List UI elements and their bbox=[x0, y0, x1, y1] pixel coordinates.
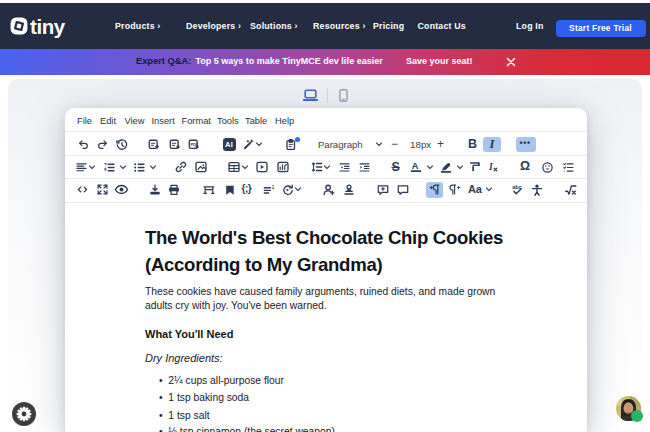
svg-text:I: I bbox=[488, 161, 494, 172]
svg-text:A: A bbox=[411, 161, 418, 171]
svg-text:PDF: PDF bbox=[190, 142, 198, 146]
svg-text:1: 1 bbox=[271, 183, 275, 190]
